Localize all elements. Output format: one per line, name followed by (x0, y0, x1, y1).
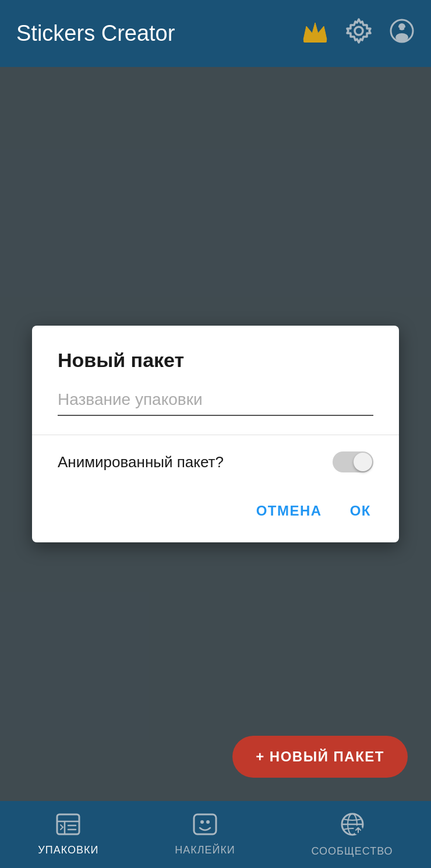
new-pack-dialog: Новый пакет Анимированный пакет? ОТМЕНА … (32, 326, 399, 542)
animated-pack-toggle[interactable] (333, 451, 373, 472)
nav-label-community: СООБЩЕСТВО (312, 845, 393, 858)
crown-icon[interactable] (302, 19, 328, 48)
svg-point-7 (404, 27, 407, 30)
svg-point-5 (395, 33, 408, 41)
toggle-knob (354, 453, 372, 471)
nav-label-packages: УПАКОВКИ (38, 844, 98, 856)
nav-label-stickers: НАКЛЕЙКИ (175, 844, 235, 856)
packages-icon (56, 813, 80, 841)
svg-marker-0 (303, 23, 327, 40)
pack-name-input[interactable] (58, 390, 373, 416)
svg-point-2 (355, 27, 363, 35)
dialog-actions: ОТМЕНА ОК (58, 493, 373, 524)
app-bar: Stickers Creator (0, 0, 431, 67)
gear-icon[interactable] (346, 18, 372, 50)
app-title: Stickers Creator (16, 21, 302, 46)
dialog-overlay: Новый пакет Анимированный пакет? ОТМЕНА … (0, 67, 431, 801)
nav-item-packages[interactable]: УПАКОВКИ (38, 813, 98, 856)
svg-rect-8 (57, 814, 79, 834)
stickers-icon (193, 813, 217, 841)
app-bar-icons (302, 18, 415, 50)
nav-item-community[interactable]: СООБЩЕСТВО (312, 812, 393, 858)
svg-point-11 (206, 820, 210, 824)
svg-rect-1 (303, 39, 327, 43)
dialog-title: Новый пакет (58, 349, 373, 372)
ok-button[interactable]: ОК (348, 498, 373, 524)
svg-point-10 (200, 820, 204, 824)
cancel-button[interactable]: ОТМЕНА (254, 498, 324, 524)
bottom-navigation: УПАКОВКИ НАКЛЕЙКИ СООБЩЕС (0, 801, 431, 868)
toggle-label: Анимированный пакет? (58, 453, 224, 471)
community-icon (340, 812, 365, 842)
nav-item-stickers[interactable]: НАКЛЕЙКИ (175, 813, 235, 856)
svg-point-4 (398, 23, 405, 30)
character-icon[interactable] (389, 18, 415, 50)
svg-rect-9 (194, 814, 216, 834)
svg-point-6 (397, 27, 400, 30)
dialog-divider (32, 435, 399, 435)
animated-pack-toggle-row: Анимированный пакет? (58, 451, 373, 472)
